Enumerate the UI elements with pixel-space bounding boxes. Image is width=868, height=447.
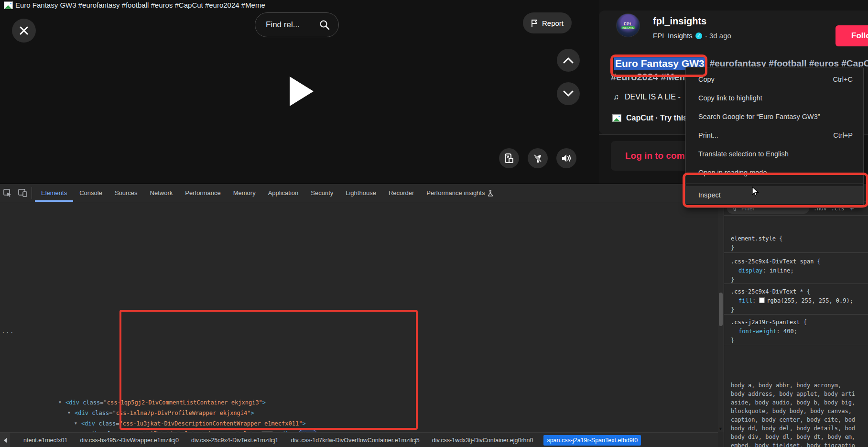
capcut-label[interactable]: CapCut · Try this bbox=[626, 114, 687, 122]
menu-item-open-in-reading-mode[interactable]: Open in reading mode bbox=[686, 163, 863, 182]
scrollbar-thumb[interactable] bbox=[719, 293, 723, 326]
menu-item-translate-selection-to-english[interactable]: Translate selection to English bbox=[686, 144, 863, 163]
elements-dom-tree[interactable]: ▼<div class="css-1qp5gj2-DivCommentListC… bbox=[0, 202, 718, 432]
css-selector-list-line: body address, body applet, body arti bbox=[731, 390, 855, 398]
css-rule-line[interactable]: element.style { bbox=[731, 234, 782, 243]
devtools-tab-application[interactable]: Application bbox=[262, 184, 305, 202]
breadcrumb-item[interactable]: div.css-bs495z-DivWrapper.e1mzilcj0 bbox=[80, 437, 179, 444]
video-player[interactable]: Euro Fantasy GW3 #eurofantasy #football … bbox=[0, 0, 599, 184]
report-button[interactable]: Report bbox=[523, 12, 572, 33]
avatar[interactable]: FPL INSIGHTS bbox=[616, 13, 640, 37]
scroll-down-icon[interactable]: ▼ bbox=[718, 426, 723, 431]
breadcrumb-item[interactable]: div.css-1wdx3tj-DivContainer.ejg0rhn0 bbox=[432, 437, 533, 444]
breadcrumb-item[interactable]: ntent.e1mecfx01 bbox=[23, 437, 67, 444]
css-rule-line[interactable]: } bbox=[731, 305, 734, 315]
css-rule-line[interactable]: .css-j2a19r-SpanText { bbox=[731, 318, 807, 327]
menu-item-copy[interactable]: CopyCtrl+C bbox=[686, 70, 863, 88]
autoplay-off-button[interactable] bbox=[528, 148, 548, 168]
devtools-tab-console[interactable]: Console bbox=[73, 184, 108, 202]
music-row[interactable]: ♫ DEVIL IS A LIE - bbox=[613, 93, 681, 101]
css-selector-list-line: body dd, body del, body details, bod bbox=[731, 424, 855, 433]
menu-item-inspect[interactable]: Inspect bbox=[686, 186, 863, 204]
dom-row[interactable]: <div class="css-1qp5gj2-DivCommentListCo… bbox=[65, 398, 266, 407]
styles-sidebar: StylesComputedLayoutEvent List Filter :h… bbox=[724, 184, 868, 447]
video-title-row: Euro Fantasy GW3 #eurofantasy #football … bbox=[4, 1, 265, 9]
devtools-tab-network[interactable]: Network bbox=[144, 184, 179, 202]
row-overflow-dots[interactable]: ··· bbox=[1, 328, 14, 336]
dom-row[interactable]: <div class="css-1u3jkat-DivDescriptionCo… bbox=[81, 419, 306, 428]
css-rule-line[interactable]: } bbox=[731, 243, 734, 252]
menu-item-shortcut: Ctrl+P bbox=[833, 131, 853, 139]
devtools-tab-security[interactable]: Security bbox=[304, 184, 339, 202]
css-rule-line[interactable]: font-weight: 400; bbox=[738, 327, 797, 336]
devtools-tab-lighthouse[interactable]: Lighthouse bbox=[339, 184, 382, 202]
breadcrumb-item[interactable]: div.css-25c9x4-DivText.e1mzilcj1 bbox=[191, 437, 278, 444]
css-rule-line[interactable]: fill: rgba(255, 255, 255, 0.9); bbox=[738, 296, 853, 305]
search-input[interactable]: Find rel... bbox=[255, 12, 339, 37]
rule-separator bbox=[724, 283, 868, 284]
devtools-tab-recorder[interactable]: Recorder bbox=[382, 184, 420, 202]
devtools-tab-performance[interactable]: Performance bbox=[179, 184, 227, 202]
menu-item-print[interactable]: Print...Ctrl+P bbox=[686, 126, 863, 144]
cast-disabled-icon bbox=[532, 153, 543, 164]
broken-image-icon bbox=[612, 114, 621, 122]
menu-item-search-google-for-euro-fantasy-gw[interactable]: Search Google for “Euro Fantasy GW3” bbox=[686, 107, 863, 126]
search-placeholder: Find rel... bbox=[266, 20, 300, 30]
close-button[interactable] bbox=[12, 19, 36, 43]
devtools-tab-memory[interactable]: Memory bbox=[227, 184, 262, 202]
menu-item-label: Print... bbox=[698, 131, 718, 139]
menu-separator bbox=[686, 184, 863, 184]
devtools-tab-sources[interactable]: Sources bbox=[108, 184, 144, 202]
previous-video-button[interactable] bbox=[557, 49, 580, 72]
follow-button[interactable]: Follow bbox=[835, 25, 868, 46]
menu-footer bbox=[686, 204, 863, 207]
css-rule-line[interactable]: display: inline; bbox=[738, 266, 794, 275]
close-icon bbox=[19, 26, 29, 35]
breadcrumb-scroll-left[interactable] bbox=[0, 433, 11, 447]
menu-item-shortcut: Ctrl+C bbox=[833, 76, 853, 83]
inspect-element-icon[interactable] bbox=[3, 189, 11, 197]
miniplayer-button[interactable] bbox=[499, 148, 519, 168]
device-toolbar-icon[interactable] bbox=[18, 189, 27, 197]
menu-item-label: Copy link to highlight bbox=[698, 94, 762, 102]
menu-item-label: Search Google for “Euro Fantasy GW3” bbox=[698, 113, 820, 120]
play-icon[interactable] bbox=[290, 76, 314, 106]
css-selector-list-line: blockquote, body body, body canvas, bbox=[731, 407, 852, 415]
music-title[interactable]: DEVIL IS A LIE - bbox=[625, 93, 681, 101]
css-rule-line[interactable]: .css-25c9x4-DivText span { bbox=[731, 257, 821, 266]
username[interactable]: fpl_insights bbox=[653, 16, 706, 27]
css-selector-list-line: body a, body abbr, body acronym, bbox=[731, 381, 841, 390]
volume-button[interactable] bbox=[556, 148, 576, 168]
css-rule-line[interactable]: } bbox=[731, 336, 734, 345]
collapse-arrow-icon[interactable]: ▼ bbox=[68, 408, 70, 418]
display-name-row: FPL Insights ✓ · 3d ago bbox=[653, 32, 731, 40]
dom-scrollbar[interactable]: ▲ ▼ bbox=[718, 202, 724, 432]
devtools-tab-elements[interactable]: Elements bbox=[35, 184, 73, 202]
speaker-icon bbox=[561, 153, 572, 163]
flask-icon bbox=[488, 190, 493, 196]
collapse-arrow-icon[interactable]: ▼ bbox=[75, 419, 77, 428]
collapse-arrow-icon[interactable]: ▼ bbox=[59, 398, 61, 407]
dom-row[interactable]: <div class="css-1xlna7p-DivProfileWrappe… bbox=[75, 408, 254, 418]
flag-icon bbox=[531, 19, 538, 27]
breadcrumb-item[interactable]: div..css-1d7krfw-DivOverflowContainer.e1… bbox=[291, 437, 419, 444]
post-time: · 3d ago bbox=[705, 32, 731, 40]
css-rule-line[interactable]: .css-25c9x4-DivText * { bbox=[731, 287, 810, 296]
context-menu: CopyCtrl+CCopy link to highlightSearch G… bbox=[685, 67, 864, 208]
hashtag-links-line2[interactable]: #euro2024 #Meme bbox=[611, 72, 693, 83]
elements-breadcrumb-bar: ntent.e1mecfx01div.css-bs495z-DivWrapper… bbox=[0, 432, 718, 447]
capcut-row[interactable]: CapCut · Try this bbox=[612, 114, 687, 122]
display-name[interactable]: FPL Insights bbox=[653, 32, 693, 40]
css-selector-list-line: aside, body audio, body b, body big, bbox=[731, 398, 855, 407]
menu-item-copy-link-to-highlight[interactable]: Copy link to highlight bbox=[686, 88, 863, 107]
rule-separator bbox=[724, 345, 868, 345]
rule-separator bbox=[724, 252, 868, 253]
devtools-tab-performance-insights[interactable]: Performance insights bbox=[420, 184, 499, 202]
css-selector-list-line: caption, body center, body cite, bod bbox=[731, 415, 855, 424]
devtools: ElementsConsoleSourcesNetworkPerformance… bbox=[0, 184, 868, 447]
breadcrumb-item-selected[interactable]: span.css-j2a19r-SpanText.efbd9f0 bbox=[543, 435, 641, 446]
menu-item-label: Copy bbox=[698, 76, 715, 83]
next-video-button[interactable] bbox=[557, 82, 580, 105]
css-selector-list-line: body div, body dl, body dt, body em, bbox=[731, 433, 855, 441]
search-icon[interactable] bbox=[319, 20, 330, 30]
